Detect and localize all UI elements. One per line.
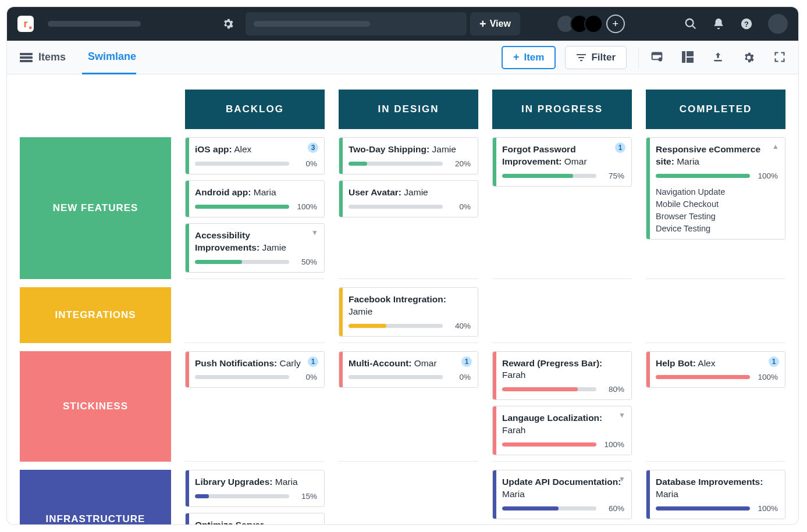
cell[interactable] — [339, 470, 478, 524]
card[interactable]: Database Improvements: Maria100% — [646, 470, 785, 519]
logo[interactable]: r — [17, 16, 34, 32]
card[interactable]: Android app: Maria100% — [185, 180, 325, 217]
progress-bar — [195, 375, 289, 379]
fullscreen-icon[interactable] — [774, 51, 785, 64]
export-icon[interactable] — [712, 51, 724, 64]
cell[interactable]: iOS app: Alex0%3Android app: Maria100%Ac… — [185, 137, 325, 279]
avatar-stack[interactable]: + — [556, 15, 625, 33]
bell-icon[interactable] — [712, 17, 725, 30]
card[interactable]: User Avatar: Jamie0% — [339, 180, 478, 217]
cell[interactable]: Database Improvements: Maria100% — [646, 470, 785, 524]
card-stripe — [493, 406, 496, 455]
sub-item[interactable]: Device Testing — [656, 224, 778, 233]
cell[interactable]: Responsive eCommerce site: Maria100%Navi… — [646, 137, 785, 279]
card[interactable]: Optimize Server Serialization: Jamie0% — [185, 513, 325, 524]
tab-label: Items — [38, 51, 66, 63]
card[interactable]: Update API Documentation: Maria60%▼ — [492, 470, 632, 519]
card[interactable]: Accessibility Improvements: Jamie50%▼ — [185, 223, 325, 273]
settings-gear-icon[interactable] — [218, 13, 239, 34]
count-badge: 1 — [769, 356, 779, 367]
card[interactable]: Help Bot: Alex100%1 — [646, 351, 785, 388]
card[interactable]: Two-Day Shipping: Jamie20% — [339, 137, 478, 174]
card-title: User Avatar: Jamie — [349, 187, 471, 199]
progress-row: 0% — [195, 159, 317, 168]
card-stripe — [339, 181, 343, 217]
card-title: Accessibility Improvements: Jamie — [195, 230, 317, 254]
cell[interactable]: Update API Documentation: Maria60%▼ — [492, 470, 632, 524]
gear-icon[interactable] — [742, 51, 755, 64]
chevron-up-icon[interactable]: ▲ — [772, 142, 779, 151]
card[interactable]: Library Upgrades: Maria15% — [185, 470, 325, 507]
progress-row: 100% — [656, 172, 778, 180]
chevron-down-icon[interactable]: ▼ — [618, 475, 625, 483]
progress-row: 75% — [502, 172, 624, 180]
sub-actions: + Item Filter — [502, 46, 785, 69]
card-title: iOS app: Alex — [195, 144, 317, 156]
progress-bar — [656, 375, 750, 379]
cell[interactable] — [492, 287, 632, 343]
cell[interactable]: Push Notifications: Carly0%1 — [185, 351, 325, 462]
add-view-button[interactable]: + View — [470, 12, 520, 35]
card-stripe — [493, 470, 496, 519]
sub-item[interactable]: Navigation Update — [656, 187, 778, 197]
filter-button[interactable]: Filter — [565, 46, 627, 69]
progress-bar — [349, 375, 443, 379]
column-header: BACKLOG — [185, 90, 325, 129]
profile-avatar[interactable] — [768, 14, 788, 34]
progress-bar — [349, 205, 443, 209]
row-header-stickiness: STICKINESS — [20, 351, 171, 462]
card-stripe — [493, 352, 496, 400]
card[interactable]: Forgot Password Improvement: Omar75%1 — [492, 137, 632, 187]
layout-icon[interactable] — [682, 51, 694, 64]
workspace-name-placeholder — [48, 21, 141, 27]
cell[interactable]: Library Upgrades: Maria15%Optimize Serve… — [185, 470, 325, 524]
card[interactable]: iOS app: Alex0%3 — [185, 137, 325, 174]
cell[interactable] — [646, 287, 785, 343]
breadcrumb-pill[interactable] — [246, 12, 467, 35]
progress-pct: 100% — [756, 373, 778, 381]
svg-rect-10 — [682, 51, 685, 63]
tab-swimlane[interactable]: Swimlane — [82, 41, 136, 74]
card[interactable]: Facebook Intregration: Jamie40% — [339, 287, 478, 337]
progress-pct: 80% — [602, 385, 624, 394]
card-title: Android app: Maria — [195, 187, 317, 199]
cell[interactable]: Forgot Password Improvement: Omar75%1 — [492, 137, 632, 279]
card[interactable]: Multi-Account: Omar0%1 — [339, 351, 478, 388]
card[interactable]: Responsive eCommerce site: Maria100%Navi… — [646, 137, 785, 240]
column-header: IN PROGRESS — [492, 90, 632, 129]
sub-item[interactable]: Mobile Checkout — [656, 199, 778, 209]
help-icon[interactable]: ? — [740, 17, 753, 30]
cell[interactable]: Help Bot: Alex100%1 — [646, 351, 785, 462]
progress-row: 80% — [502, 385, 624, 394]
progress-pct: 75% — [602, 172, 624, 180]
add-avatar-button[interactable]: + — [606, 15, 625, 33]
cell[interactable]: Multi-Account: Omar0%1 — [339, 351, 478, 462]
count-badge: 3 — [308, 142, 318, 153]
add-item-button[interactable]: + Item — [502, 46, 556, 69]
cell[interactable] — [185, 287, 325, 343]
progress-pct: 100% — [756, 172, 778, 180]
search-icon[interactable] — [684, 17, 697, 30]
cell[interactable]: Facebook Intregration: Jamie40% — [339, 287, 478, 343]
card[interactable]: Langauge Localization: Farah100%▼ — [492, 406, 632, 455]
card-stripe — [186, 470, 189, 506]
tab-items[interactable]: Items — [20, 41, 66, 74]
card-title: Facebook Intregration: Jamie — [349, 294, 471, 318]
cell[interactable]: Reward (Pregress Bar): Farah80%Langauge … — [492, 351, 632, 462]
chevron-down-icon[interactable]: ▼ — [618, 411, 625, 419]
progress-pct: 15% — [295, 492, 317, 501]
card-title: Langauge Localization: Farah — [502, 412, 624, 437]
cell[interactable]: Two-Day Shipping: Jamie20%User Avatar: J… — [339, 137, 478, 279]
chevron-down-icon[interactable]: ▼ — [311, 228, 318, 237]
card[interactable]: Reward (Pregress Bar): Farah80% — [492, 351, 632, 401]
progress-row: 100% — [656, 504, 778, 513]
sub-item[interactable]: Browser Testing — [656, 212, 778, 221]
card-stripe — [646, 470, 650, 519]
svg-rect-8 — [652, 52, 662, 55]
card-title: Push Notifications: Carly — [195, 358, 317, 370]
card-title: Two-Day Shipping: Jamie — [349, 144, 471, 156]
card[interactable]: Push Notifications: Carly0%1 — [185, 351, 325, 388]
avatar[interactable] — [584, 15, 603, 33]
column-header: IN DESIGN — [339, 90, 478, 129]
link-view-icon[interactable] — [650, 51, 663, 64]
